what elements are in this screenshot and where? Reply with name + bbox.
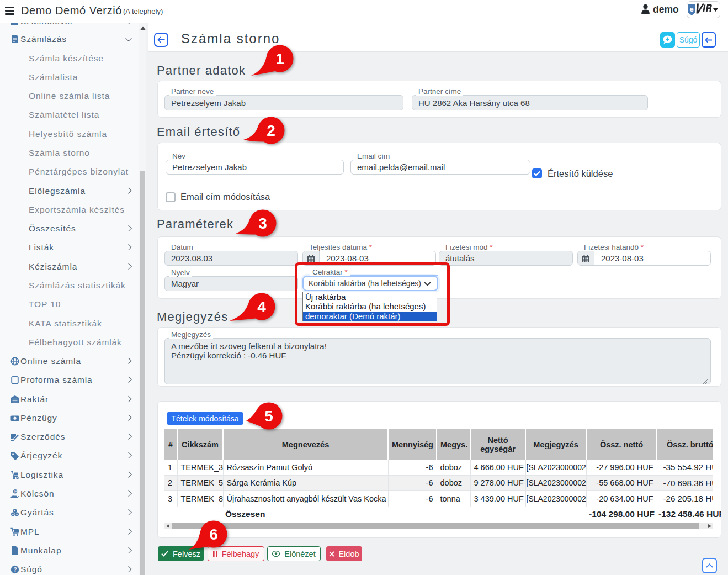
svg-text:6: 6 [209, 526, 218, 543]
svg-text:4: 4 [257, 298, 266, 315]
svg-text:$: $ [14, 490, 17, 493]
svg-text:2: 2 [267, 122, 275, 139]
svg-text:?: ? [13, 567, 17, 573]
svg-text:e: e [690, 5, 694, 13]
svg-text:5: 5 [264, 408, 273, 425]
svg-text:1: 1 [275, 50, 284, 67]
svg-text:3: 3 [258, 215, 267, 232]
